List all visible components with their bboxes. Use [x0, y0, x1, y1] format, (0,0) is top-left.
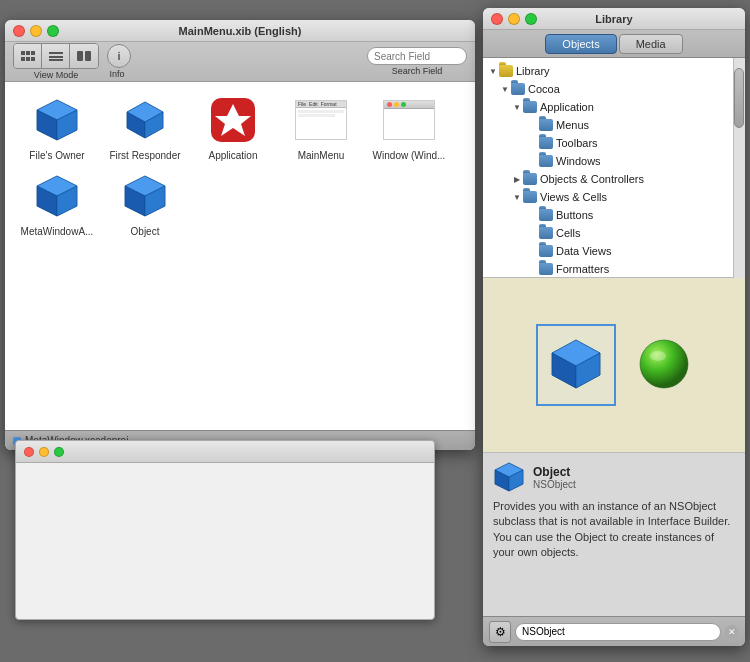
desc-title: Object: [533, 465, 576, 479]
tree-label-toolbars: Toolbars: [556, 137, 598, 149]
tab-media[interactable]: Media: [619, 34, 683, 54]
tree-label-data-views: Data Views: [556, 245, 611, 257]
tree-label-cells: Cells: [556, 227, 580, 239]
close-button[interactable]: [13, 25, 25, 37]
desc-object-icon: [493, 461, 525, 493]
mainmenu-label: MainMenu: [298, 150, 345, 162]
svg-rect-9: [77, 51, 83, 61]
tree-scrollbar-thumb[interactable]: [734, 68, 744, 128]
files-owner-icon: [31, 94, 83, 146]
library-tree[interactable]: ▼ Library ▼ Cocoa ▼ Applicati: [483, 58, 745, 278]
library-tab-bar: Objects Media: [483, 30, 745, 58]
chevron-views-cells: ▼: [511, 191, 523, 203]
tree-label-cocoa: Cocoa: [528, 83, 560, 95]
window-item[interactable]: Window (Wind...: [369, 94, 449, 162]
xcode-project-window: [15, 440, 435, 620]
tree-item-formatters[interactable]: ▶ Formatters: [483, 260, 745, 278]
chevron-library: ▼: [487, 65, 499, 77]
first-responder-item[interactable]: First Responder: [105, 94, 185, 162]
svg-rect-4: [26, 57, 30, 61]
tab-objects[interactable]: Objects: [545, 34, 616, 54]
view-mode-btn-2[interactable]: [42, 44, 70, 68]
library-titlebar: Library: [483, 8, 745, 30]
xcode-min-button[interactable]: [39, 447, 49, 457]
view-mode-label: View Mode: [34, 71, 78, 80]
traffic-lights: [13, 25, 59, 37]
svg-rect-2: [31, 51, 35, 55]
svg-rect-5: [31, 57, 35, 61]
tree-item-objects-controllers[interactable]: ▶ Objects & Controllers: [483, 170, 745, 188]
tree-item-application[interactable]: ▼ Application: [483, 98, 745, 116]
xib-content-area: File's Owner First Responder: [5, 82, 475, 430]
tree-item-cocoa[interactable]: ▼ Cocoa: [483, 80, 745, 98]
tree-item-toolbars[interactable]: ▶ Toolbars: [483, 134, 745, 152]
preview-sphere-item[interactable]: [636, 336, 692, 394]
library-max-button[interactable]: [525, 13, 537, 25]
view-mode-group: View Mode: [13, 43, 99, 80]
meta-window-icon: [31, 170, 83, 222]
window-title: MainMenu.xib (English): [179, 25, 302, 37]
tree-item-views-cells[interactable]: ▼ Views & Cells: [483, 188, 745, 206]
preview-cube-icon: [548, 336, 604, 392]
application-icon: [207, 94, 259, 146]
tree-item-data-views[interactable]: ▶ Data Views: [483, 242, 745, 260]
tree-item-library[interactable]: ▼ Library: [483, 62, 745, 80]
gear-button[interactable]: ⚙: [489, 621, 511, 643]
application-label: Application: [209, 150, 258, 162]
window-icon: [383, 94, 435, 146]
library-title: Library: [595, 13, 632, 25]
preview-selected-item[interactable]: [536, 324, 616, 406]
maximize-button[interactable]: [47, 25, 59, 37]
svg-rect-10: [85, 51, 91, 61]
tree-scrollbar[interactable]: [733, 58, 745, 278]
search-input[interactable]: [367, 47, 467, 65]
object-item[interactable]: Object: [105, 170, 185, 238]
application-item[interactable]: Application: [193, 94, 273, 162]
tree-label-application: Application: [540, 101, 594, 113]
meta-window-item[interactable]: MetaWindowA...: [17, 170, 97, 238]
svg-point-34: [650, 351, 666, 361]
mainmenu-icon: FileEditFormat: [295, 94, 347, 146]
tree-item-cells[interactable]: ▶ Cells: [483, 224, 745, 242]
desc-header: Object NSObject: [493, 461, 735, 493]
info-button[interactable]: i: [107, 44, 131, 68]
search-field-group: Search Field: [367, 47, 467, 76]
library-search-input[interactable]: [515, 623, 721, 641]
search-clear-button[interactable]: ✕: [725, 625, 739, 639]
view-mode-btn-1[interactable]: [14, 44, 42, 68]
chevron-cocoa: ▼: [499, 83, 511, 95]
desc-subtitle: NSObject: [533, 479, 576, 490]
library-close-button[interactable]: [491, 13, 503, 25]
library-min-button[interactable]: [508, 13, 520, 25]
view-mode-btn-3[interactable]: [70, 44, 98, 68]
tree-label-views-cells: Views & Cells: [540, 191, 607, 203]
library-bottom-search: ⚙ ✕: [483, 616, 745, 646]
mainmenu-item[interactable]: FileEditFormat MainMenu: [281, 94, 361, 162]
files-owner-item[interactable]: File's Owner: [17, 94, 97, 162]
library-traffic-lights: [491, 13, 537, 25]
first-responder-label: First Responder: [109, 150, 180, 162]
tree-label-objects-controllers: Objects & Controllers: [540, 173, 644, 185]
svg-rect-6: [49, 52, 63, 54]
first-responder-icon: [119, 94, 171, 146]
desc-title-group: Object NSObject: [533, 465, 576, 490]
svg-rect-3: [21, 57, 25, 61]
search-field-label: Search Field: [392, 67, 443, 76]
tree-label-formatters: Formatters: [556, 263, 609, 275]
svg-rect-1: [26, 51, 30, 55]
window-titlebar: MainMenu.xib (English): [5, 20, 475, 42]
preview-area: [483, 278, 745, 453]
xcode-close-button[interactable]: [24, 447, 34, 457]
meta-window-label: MetaWindowA...: [21, 226, 94, 238]
tree-label-windows: Windows: [556, 155, 601, 167]
toolbar: View Mode i Info Search Field: [5, 42, 475, 82]
chevron-application: ▼: [511, 101, 523, 113]
xcode-max-button[interactable]: [54, 447, 64, 457]
tree-item-buttons[interactable]: ▶ Buttons: [483, 206, 745, 224]
tree-item-windows[interactable]: ▶ Windows: [483, 152, 745, 170]
tree-item-menus[interactable]: ▶ Menus: [483, 116, 745, 134]
tree-label-buttons: Buttons: [556, 209, 593, 221]
preview-sphere-icon: [636, 336, 692, 392]
object-label: Object: [131, 226, 160, 238]
minimize-button[interactable]: [30, 25, 42, 37]
